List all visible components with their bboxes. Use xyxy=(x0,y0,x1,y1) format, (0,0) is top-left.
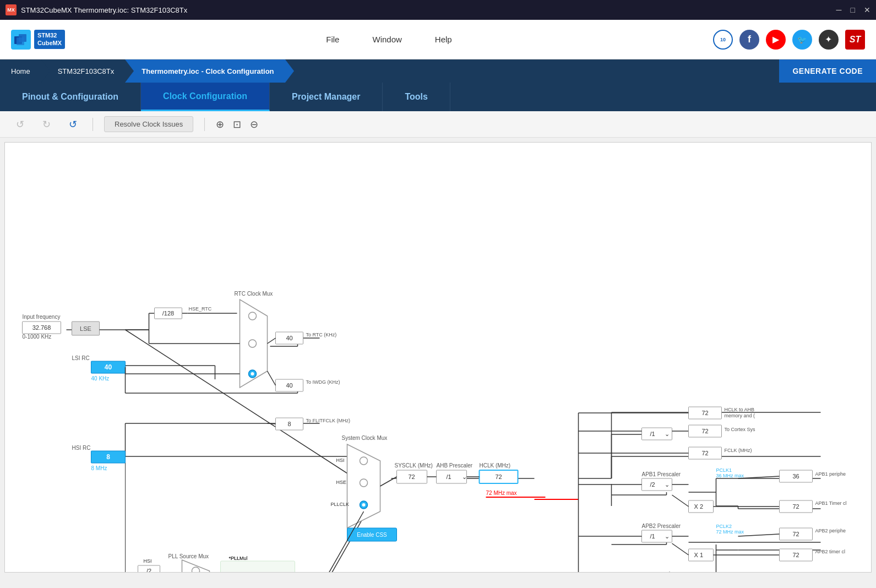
resolve-clock-issues-button[interactable]: Resolve Clock Issues xyxy=(104,116,193,132)
svg-text:8: 8 xyxy=(106,453,110,461)
svg-text:⌄: ⌄ xyxy=(462,473,467,480)
svg-text:8: 8 xyxy=(287,421,291,427)
diagram-container: Input frequency 32.768 0-1000 KHz LSE LS… xyxy=(5,143,871,572)
tab-tools[interactable]: Tools xyxy=(383,83,450,111)
svg-rect-164 xyxy=(221,561,295,572)
window-title: STM32CubeMX Thermometry.ioc: STM32F103C8… xyxy=(21,6,187,14)
tab-bar: Pinout & Configuration Clock Configurati… xyxy=(0,83,876,111)
diagram-area: Input frequency 32.768 0-1000 KHz LSE LS… xyxy=(4,142,872,573)
generate-code-button[interactable]: GENERATE CODE xyxy=(779,59,876,83)
svg-point-110 xyxy=(360,479,368,487)
svg-text:AHB Prescaler: AHB Prescaler xyxy=(437,462,473,469)
breadcrumb-arrow-2 xyxy=(125,59,134,83)
svg-point-139 xyxy=(192,567,200,572)
svg-text:memory and (: memory and ( xyxy=(725,413,755,418)
svg-text:HCLK to AHB: HCLK to AHB xyxy=(725,407,755,412)
svg-text:72: 72 xyxy=(792,503,799,510)
svg-text:72: 72 xyxy=(408,473,415,480)
st-icon[interactable]: ST xyxy=(845,30,865,50)
svg-text:⌄: ⌄ xyxy=(665,431,670,437)
zoom-in-icon[interactable]: ⊕ xyxy=(216,118,224,130)
svg-text:APB2 Prescaler: APB2 Prescaler xyxy=(642,523,681,529)
maximize-button[interactable]: □ xyxy=(851,6,855,14)
svg-text:HCLK (MHz): HCLK (MHz) xyxy=(480,462,511,469)
svg-text:APB2 periphe: APB2 periphe xyxy=(815,528,846,533)
refresh-button[interactable]: ↺ xyxy=(64,116,81,133)
svg-text:⌄: ⌄ xyxy=(665,533,670,540)
facebook-icon[interactable]: f xyxy=(739,30,759,50)
svg-text:40: 40 xyxy=(286,382,292,389)
svg-text:/1: /1 xyxy=(447,473,451,480)
svg-text:/2: /2 xyxy=(146,568,151,572)
svg-text:32.768: 32.768 xyxy=(32,324,51,331)
svg-point-89 xyxy=(251,372,254,375)
svg-text:72 MHz max: 72 MHz max xyxy=(716,529,744,535)
svg-text:System Clock Mux: System Clock Mux xyxy=(342,435,388,441)
anniversary-icon: 10 xyxy=(713,30,733,50)
svg-text:40: 40 xyxy=(286,335,292,341)
close-button[interactable]: ✕ xyxy=(864,6,870,14)
svg-text:36 MHz max: 36 MHz max xyxy=(716,473,744,478)
tab-clock[interactable]: Clock Configuration xyxy=(141,83,270,111)
svg-text:8 MHz: 8 MHz xyxy=(91,465,107,471)
undo-button[interactable]: ↺ xyxy=(11,116,29,133)
logo-text: STM32 CubeMX xyxy=(34,30,65,48)
titlebar-left: MX STM32CubeMX Thermometry.ioc: STM32F10… xyxy=(6,4,187,15)
toolbar-separator-2 xyxy=(204,118,205,131)
svg-point-86 xyxy=(249,312,257,320)
zoom-out-icon[interactable]: ⊖ xyxy=(250,118,258,130)
svg-text:HSI: HSI xyxy=(336,458,345,463)
frame-icon[interactable]: ⊡ xyxy=(233,118,241,130)
svg-text:*PLLMul: *PLLMul xyxy=(229,556,248,561)
toolbar-separator-1 xyxy=(93,118,93,131)
svg-text:APB1 periphe: APB1 periphe xyxy=(815,471,846,477)
svg-text:PLLCLK: PLLCLK xyxy=(331,502,350,507)
titlebar-controls[interactable]: ─ □ ✕ xyxy=(836,6,870,14)
breadcrumb-device[interactable]: STM32F103C8Tx xyxy=(41,59,126,83)
svg-text:RTC Clock Mux: RTC Clock Mux xyxy=(235,291,273,297)
svg-rect-3 xyxy=(6,143,870,572)
svg-text:X 1: X 1 xyxy=(694,552,704,558)
logo: STM32 CubeMX xyxy=(11,30,65,50)
svg-text:SYSCLK (MHz): SYSCLK (MHz) xyxy=(395,462,433,469)
menubar: STM32 CubeMX File Window Help 10 f ▶ 🐦 ✦… xyxy=(0,20,876,59)
breadcrumb-arrow-3 xyxy=(285,59,294,83)
svg-text:ADC Prescaler: ADC Prescaler xyxy=(642,571,675,572)
social-icons: 10 f ▶ 🐦 ✦ ST xyxy=(713,30,865,50)
clock-diagram-svg: Input frequency 32.768 0-1000 KHz LSE LS… xyxy=(5,143,871,572)
minimize-button[interactable]: ─ xyxy=(836,6,842,14)
menu-help[interactable]: Help xyxy=(435,35,452,44)
menu-window[interactable]: Window xyxy=(372,35,401,44)
logo-cube xyxy=(11,30,31,50)
breadcrumb-home[interactable]: Home xyxy=(0,59,41,83)
svg-text:APB2 timer cl: APB2 timer cl xyxy=(815,549,846,554)
svg-text:To RTC (KHz): To RTC (KHz) xyxy=(306,332,337,337)
svg-text:72 MHz max: 72 MHz max xyxy=(486,490,517,496)
svg-text:0-1000 KHz: 0-1000 KHz xyxy=(23,334,52,340)
svg-text:72: 72 xyxy=(792,552,799,558)
svg-text:36: 36 xyxy=(792,473,799,480)
network-icon[interactable]: ✦ xyxy=(819,30,839,50)
svg-text:HSI: HSI xyxy=(144,558,152,564)
svg-text:40: 40 xyxy=(105,363,112,371)
redo-button[interactable]: ↻ xyxy=(37,116,55,133)
svg-text:72: 72 xyxy=(701,450,708,456)
svg-text:HSE_RTC: HSE_RTC xyxy=(189,306,212,312)
titlebar: MX STM32CubeMX Thermometry.ioc: STM32F10… xyxy=(0,0,876,20)
svg-text:FCLK (MHz): FCLK (MHz) xyxy=(725,448,752,453)
svg-text:To FLITFCLK (MHz): To FLITFCLK (MHz) xyxy=(306,418,351,423)
svg-text:HSE: HSE xyxy=(336,480,347,485)
twitter-icon[interactable]: 🐦 xyxy=(792,30,812,50)
svg-text:Enable CSS: Enable CSS xyxy=(357,532,387,538)
app-icon: MX xyxy=(6,4,17,15)
tab-project[interactable]: Project Manager xyxy=(270,83,383,111)
menu-file[interactable]: File xyxy=(326,35,339,44)
svg-text:PCLK2: PCLK2 xyxy=(716,524,732,529)
svg-text:/128: /128 xyxy=(162,310,174,317)
tab-pinout[interactable]: Pinout & Configuration xyxy=(0,83,141,111)
breadcrumb-arrow-1 xyxy=(41,59,50,83)
svg-text:APB1 Timer cl: APB1 Timer cl xyxy=(815,500,847,506)
youtube-icon[interactable]: ▶ xyxy=(766,30,786,50)
breadcrumb-active[interactable]: Thermometry.ioc - Clock Configuration xyxy=(125,59,285,83)
svg-point-87 xyxy=(249,340,257,347)
